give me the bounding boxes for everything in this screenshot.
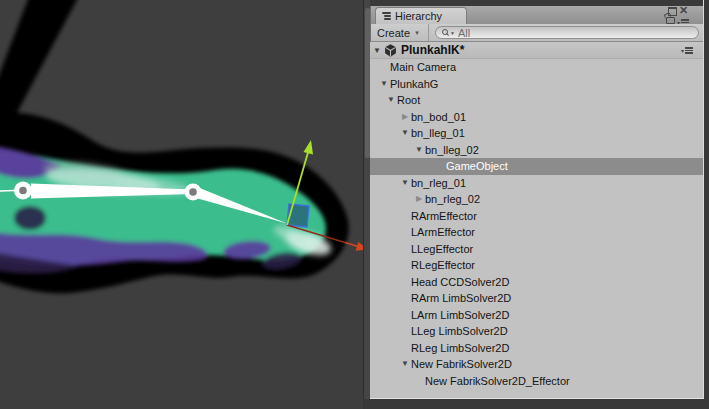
foldout-arrow-icon[interactable]: ▼ [385, 92, 397, 109]
y-axis-arrow-icon[interactable] [304, 140, 314, 155]
scene-scrollbar[interactable] [363, 0, 370, 409]
hierarchy-row-plunkahg[interactable]: ▼PlunkahG [370, 76, 703, 93]
search-field[interactable]: ▼ [435, 26, 699, 39]
hierarchy-row-rarm-limbsolver2d[interactable]: RArm LimbSolver2D [370, 290, 703, 307]
hierarchy-row-llegeffector[interactable]: LLegEffector [370, 241, 703, 258]
lock-icon[interactable] [666, 17, 675, 24]
sprite-purple-left-patch [14, 206, 46, 230]
hierarchy-panel: Hierarchy ✕ ▾ Create ▼ ▼ ▼ [370, 0, 704, 399]
hierarchy-row-root[interactable]: ▼Root [370, 92, 703, 109]
search-icon [442, 29, 449, 36]
window-bottom-strip [363, 399, 709, 409]
tab-label: Hierarchy [395, 10, 442, 22]
hierarchy-item-label: Head CCDSolver2D [411, 276, 509, 288]
foldout-arrow-icon[interactable]: ▼ [413, 142, 425, 159]
hierarchy-item-label: RArmEffector [411, 210, 477, 222]
hierarchy-row-rleg-limbsolver2d[interactable]: RLeg LimbSolver2D [370, 340, 703, 357]
hierarchy-row-gameobject[interactable]: GameObject [370, 158, 703, 175]
hierarchy-item-label: New FabrikSolver2D [411, 358, 512, 370]
search-input[interactable] [458, 27, 692, 39]
hierarchy-row-new-fabriksolver2d-effector[interactable]: New FabrikSolver2D_Effector [370, 373, 703, 390]
foldout-arrow-icon[interactable]: ▶ [399, 109, 411, 126]
hierarchy-item-label: LArm LimbSolver2D [411, 309, 509, 321]
create-button-label: Create [377, 27, 410, 39]
joint-2-dot [189, 188, 197, 196]
hierarchy-item-label: RArm LimbSolver2D [411, 292, 511, 304]
hierarchy-panel-icon [382, 11, 391, 22]
hierarchy-item-label: bn_rleg_02 [425, 193, 480, 205]
hierarchy-item-label: bn_rleg_01 [411, 177, 466, 189]
hierarchy-item-label: LArmEffector [411, 226, 475, 238]
scene-name: PlunkahIK* [401, 43, 464, 57]
hierarchy-row-rarmeffector[interactable]: RArmEffector [370, 208, 703, 225]
hierarchy-row-bn-bod-01[interactable]: ▶bn_bod_01 [370, 109, 703, 126]
hierarchy-row-main-camera[interactable]: Main Camera [370, 59, 703, 76]
hierarchy-row-bn-lleg-01[interactable]: ▼bn_lleg_01 [370, 125, 703, 142]
hierarchy-row-larm-limbsolver2d[interactable]: LArm LimbSolver2D [370, 307, 703, 324]
hierarchy-row-rlegeffector[interactable]: RLegEffector [370, 257, 703, 274]
create-button[interactable]: Create ▼ [371, 24, 429, 41]
scene-foldout-arrow-icon[interactable]: ▼ [371, 46, 383, 55]
hierarchy-item-label: LLeg LimbSolver2D [411, 325, 508, 337]
bone-link-line [0, 191, 15, 192]
scene-menu-icon[interactable]: ▾ [681, 46, 693, 55]
hierarchy-item-label: bn_lleg_02 [425, 144, 479, 156]
foldout-arrow-icon[interactable]: ▼ [399, 356, 411, 373]
hierarchy-item-label: RLeg LimbSolver2D [411, 342, 509, 354]
foldout-arrow-icon[interactable]: ▼ [399, 125, 411, 142]
hierarchy-list: Main Camera▼PlunkahG▼Root▶bn_bod_01▼bn_l… [370, 59, 703, 397]
hierarchy-item-label: Root [397, 94, 420, 106]
hierarchy-item-label: bn_bod_01 [411, 111, 466, 123]
hierarchy-item-label: bn_lleg_01 [411, 127, 465, 139]
hierarchy-row-bn-lleg-02[interactable]: ▼bn_lleg_02 [370, 142, 703, 159]
hierarchy-item-label: New FabrikSolver2D_Effector [425, 375, 570, 387]
scene-header[interactable]: ▼ PlunkahIK* ▾ [370, 42, 703, 59]
menu-bars-icon [685, 46, 693, 55]
x-axis-line [345, 243, 358, 247]
dropdown-arrow-icon: ▾ [681, 47, 684, 54]
hierarchy-row-head-ccdsolver2d[interactable]: Head CCDSolver2D [370, 274, 703, 291]
hierarchy-toolbar: Create ▼ ▼ [370, 24, 703, 42]
close-icon[interactable]: ✕ [679, 4, 688, 17]
hierarchy-row-larmeffector[interactable]: LArmEffector [370, 224, 703, 241]
scene-sprite-canvas [0, 0, 363, 409]
hierarchy-item-label: Main Camera [390, 61, 456, 73]
tab-strip: Hierarchy ✕ ▾ [370, 6, 703, 24]
foldout-arrow-icon[interactable]: ▼ [378, 76, 390, 93]
hierarchy-item-label: GameObject [446, 160, 508, 172]
hierarchy-item-label: RLegEffector [411, 259, 475, 271]
foldout-arrow-icon[interactable]: ▼ [399, 175, 411, 192]
unity-editor-window: Hierarchy ✕ ▾ Create ▼ ▼ ▼ [0, 0, 709, 409]
hierarchy-row-new-fabriksolver2d[interactable]: ▼New FabrikSolver2D [370, 356, 703, 373]
search-filter-arrow-icon[interactable]: ▼ [450, 30, 455, 36]
window-right-strip [704, 0, 709, 409]
joint-1-dot [19, 187, 27, 195]
foldout-arrow-icon[interactable]: ▶ [413, 191, 425, 208]
unity-logo-icon [383, 43, 398, 58]
hierarchy-item-label: LLegEffector [411, 243, 473, 255]
scene-view[interactable] [0, 0, 363, 409]
hierarchy-row-bn-rleg-01[interactable]: ▼bn_rleg_01 [370, 175, 703, 192]
create-dropdown-arrow-icon: ▼ [414, 30, 420, 36]
hierarchy-item-label: PlunkahG [390, 78, 438, 90]
tab-hierarchy[interactable]: Hierarchy [375, 7, 467, 24]
hierarchy-row-lleg-limbsolver2d[interactable]: LLeg LimbSolver2D [370, 323, 703, 340]
hierarchy-row-bn-rleg-02[interactable]: ▶bn_rleg_02 [370, 191, 703, 208]
